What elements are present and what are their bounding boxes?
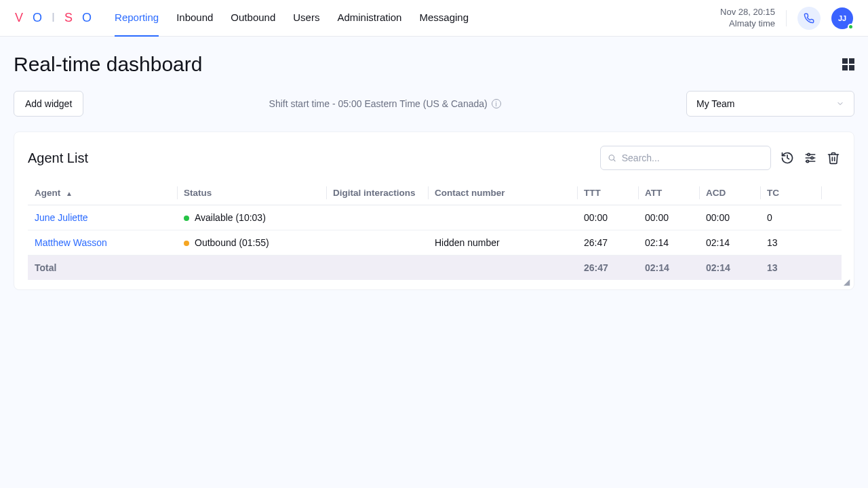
col-att[interactable]: ATT: [638, 181, 699, 205]
add-widget-button[interactable]: Add widget: [14, 91, 83, 117]
page: Real-time dashboard Add widget Shift sta…: [0, 37, 868, 290]
col-acd[interactable]: ACD: [699, 181, 760, 205]
team-select[interactable]: My Team: [686, 91, 854, 117]
nav-inbound[interactable]: Inbound: [176, 0, 213, 37]
team-select-value: My Team: [696, 98, 735, 109]
sliders-icon: [804, 151, 817, 165]
widget-head: Agent List: [14, 146, 854, 170]
delete-widget-button[interactable]: [827, 151, 840, 165]
status-dot-icon: [184, 216, 189, 221]
col-ttt[interactable]: TTT: [577, 181, 638, 205]
logo: VOISO: [15, 11, 96, 25]
contact-cell: [428, 205, 577, 230]
svg-point-5: [808, 153, 810, 155]
top-nav-right: Nov 28, 20:15 Almaty time JJ: [720, 7, 853, 30]
status-cell: Outbound (01:55): [177, 230, 326, 256]
tc-cell: 13: [760, 230, 821, 256]
search-box[interactable]: [600, 146, 771, 170]
nav-outbound[interactable]: Outbound: [231, 0, 275, 37]
page-title: Real-time dashboard: [14, 53, 202, 76]
nav-administration[interactable]: Administration: [337, 0, 401, 37]
acd-cell: 00:00: [699, 205, 760, 230]
status-cell: Available (10:03): [177, 205, 326, 230]
total-tc: 13: [760, 256, 821, 281]
digital-cell: [326, 230, 428, 256]
status-text: Outbound (01:55): [195, 237, 269, 248]
history-icon: [781, 151, 794, 165]
clock-datetime: Nov 28, 20:15: [720, 7, 775, 18]
col-status[interactable]: Status: [177, 181, 326, 205]
total-ttt: 26:47: [577, 256, 638, 281]
contact-cell: Hidden number: [428, 230, 577, 256]
shift-note: Shift start time - 05:00 Eastern Time (U…: [269, 98, 501, 109]
col-tc[interactable]: TC: [760, 181, 821, 205]
nav-users[interactable]: Users: [293, 0, 319, 37]
dialer-button[interactable]: [797, 7, 821, 30]
total-att: 02:14: [638, 256, 699, 281]
grid-icon: [842, 58, 854, 70]
svg-point-0: [609, 155, 614, 160]
top-nav: VOISO Reporting Inbound Outbound Users A…: [0, 0, 868, 37]
digital-cell: [326, 205, 428, 230]
col-tail: [821, 181, 842, 205]
table-row[interactable]: June Juliette Available (10:03) 00:00 00…: [28, 205, 842, 230]
total-acd: 02:14: [699, 256, 760, 281]
info-icon[interactable]: i: [492, 99, 501, 108]
att-cell: 00:00: [638, 205, 699, 230]
acd-cell: 02:14: [699, 230, 760, 256]
toolbar: Add widget Shift start time - 05:00 East…: [14, 91, 854, 117]
search-icon: [608, 153, 616, 163]
table-row[interactable]: Matthew Wasson Outbound (01:55) Hidden n…: [28, 230, 842, 256]
shift-note-text: Shift start time - 05:00 Eastern Time (U…: [269, 98, 488, 109]
status-text: Available (10:03): [195, 212, 266, 223]
divider: [786, 10, 787, 26]
nav-items: Reporting Inbound Outbound Users Adminis…: [115, 0, 469, 37]
nav-reporting[interactable]: Reporting: [115, 0, 159, 37]
resize-handle[interactable]: ◢: [844, 277, 850, 287]
agent-link[interactable]: June Juliette: [35, 212, 88, 223]
ttt-cell: 26:47: [577, 230, 638, 256]
nav-messaging[interactable]: Messaging: [419, 0, 469, 37]
att-cell: 02:14: [638, 230, 699, 256]
svg-point-7: [806, 160, 808, 162]
trash-icon: [827, 151, 840, 165]
agent-table: Agent ▲ Status Digital interactions Cont…: [28, 181, 842, 280]
status-dot-icon: [184, 241, 189, 246]
layout-grid-button[interactable]: [842, 58, 854, 70]
col-digital[interactable]: Digital interactions: [326, 181, 428, 205]
agent-link[interactable]: Matthew Wasson: [35, 237, 107, 248]
chevron-down-icon: [836, 100, 844, 108]
svg-point-6: [811, 157, 813, 159]
sort-asc-icon: ▲: [66, 190, 73, 197]
svg-line-1: [614, 159, 615, 161]
history-button[interactable]: [781, 151, 794, 165]
clock-timezone: Almaty time: [720, 18, 775, 30]
col-agent-label: Agent: [35, 188, 60, 198]
ttt-cell: 00:00: [577, 205, 638, 230]
presence-dot-icon: [848, 24, 854, 30]
search-input[interactable]: [622, 152, 764, 163]
tc-cell: 0: [760, 205, 821, 230]
agent-list-widget: Agent List: [14, 131, 854, 290]
page-head: Real-time dashboard: [14, 53, 854, 76]
avatar-initials: JJ: [838, 14, 846, 22]
clock: Nov 28, 20:15 Almaty time: [720, 7, 775, 30]
col-agent[interactable]: Agent ▲: [28, 181, 177, 205]
avatar[interactable]: JJ: [831, 7, 853, 29]
col-contact[interactable]: Contact number: [428, 181, 577, 205]
phone-icon: [804, 13, 814, 24]
filter-settings-button[interactable]: [804, 151, 817, 165]
widget-title: Agent List: [28, 150, 88, 166]
total-label: Total: [28, 256, 177, 281]
total-row: Total 26:47 02:14 02:14 13: [28, 256, 842, 281]
